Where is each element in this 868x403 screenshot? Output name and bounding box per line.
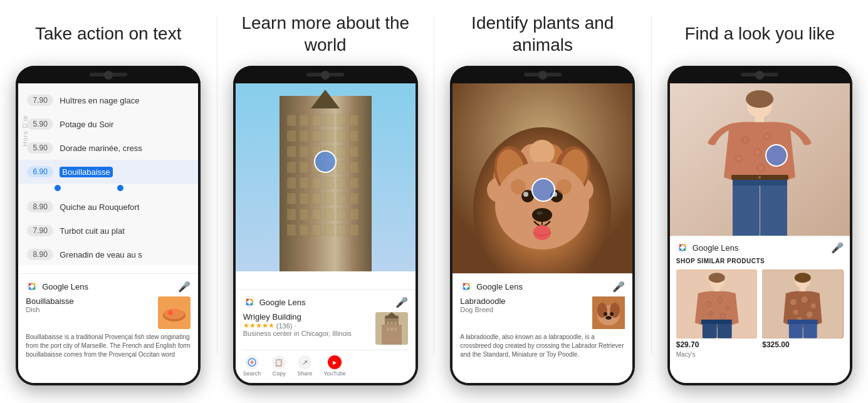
- p2-mic-icon[interactable]: 🎤: [395, 296, 408, 308]
- p4-product-price-2: $325.00: [762, 340, 844, 349]
- svg-point-99: [536, 211, 543, 215]
- p3-mic-icon[interactable]: 🎤: [612, 281, 625, 293]
- svg-rect-57: [312, 224, 321, 236]
- p2-action-search[interactable]: Search: [243, 355, 261, 377]
- p2-share-icon: ↗: [298, 355, 311, 369]
- p2-search-label: Search: [243, 370, 261, 377]
- svg-point-3: [33, 287, 36, 290]
- p2-lens-icon: [243, 296, 256, 308]
- svg-rect-21: [312, 130, 321, 142]
- p2-lens-header: Google Lens 🎤: [243, 296, 408, 308]
- svg-rect-40: [325, 177, 333, 189]
- svg-rect-47: [337, 193, 346, 204]
- p3-result-title: Labradoodle: [460, 296, 587, 306]
- svg-rect-54: [350, 209, 358, 220]
- p2-building-info: Wrigley Building ★★★★★ (136) · Business …: [243, 312, 370, 337]
- p2-building-name: Wrigley Building: [243, 312, 370, 322]
- lens-icon: [26, 280, 38, 293]
- svg-point-140: [679, 244, 681, 247]
- p3-lens-header: Google Lens 🎤: [460, 280, 625, 293]
- p1-dish-1: Huîtres en nage glace: [60, 96, 139, 105]
- svg-rect-16: [325, 115, 333, 126]
- svg-point-143: [679, 248, 681, 251]
- svg-rect-23: [337, 130, 346, 142]
- p4-product-price-1: $29.70: [676, 340, 758, 349]
- svg-rect-76: [394, 328, 397, 331]
- p1-menu-item-2: 5.90 Potage du Soir: [18, 112, 198, 136]
- p2-action-copy[interactable]: 📋 Copy: [272, 355, 286, 377]
- p2-action-share[interactable]: ↗ Share: [297, 355, 312, 377]
- p1-lens-header: Google Lens 🎤: [26, 280, 191, 293]
- svg-rect-48: [350, 193, 358, 204]
- p1-handle-right: [117, 185, 123, 191]
- svg-point-102: [557, 179, 572, 194]
- svg-point-129: [766, 135, 768, 138]
- col4-phone: Google Lens 🎤 SHOP SIMILAR PRODUCTS: [667, 66, 852, 385]
- p2-result-row: Wrigley Building ★★★★★ (136) · Business …: [243, 312, 408, 345]
- svg-point-101: [511, 179, 526, 194]
- p1-menu-item-1: 7.90 Huîtres en nage glace: [18, 88, 198, 112]
- col4-screen: Google Lens 🎤 SHOP SIMILAR PRODUCTS: [670, 83, 850, 383]
- svg-rect-15: [312, 115, 321, 126]
- svg-rect-29: [337, 146, 346, 157]
- svg-point-132: [738, 157, 740, 160]
- svg-point-103: [532, 179, 555, 201]
- svg-rect-52: [325, 209, 333, 220]
- svg-point-142: [683, 248, 686, 251]
- col2-title: Learn more about the world: [217, 0, 434, 66]
- p3-result-sub: Dog Breed: [460, 306, 587, 313]
- col1-screen: Hors D'œ 7.90 Huîtres en nage glace 5.90…: [18, 83, 198, 383]
- p1-result-title: Bouillabaisse: [26, 296, 153, 306]
- p1-dish-3: Dorade marinée, cress: [60, 144, 142, 153]
- svg-point-114: [610, 312, 614, 316]
- svg-rect-49: [287, 209, 296, 220]
- col4-title: Find a look you like: [666, 0, 854, 66]
- svg-point-130: [756, 151, 759, 154]
- svg-rect-50: [300, 209, 308, 220]
- svg-point-107: [468, 287, 470, 290]
- svg-point-160: [790, 299, 797, 305]
- svg-point-1: [29, 283, 31, 286]
- svg-point-4: [29, 287, 31, 290]
- svg-rect-155: [701, 320, 732, 324]
- p4-mic-icon[interactable]: 🎤: [831, 242, 844, 254]
- p1-desc: Bouillabaisse is a traditional Provençal…: [26, 333, 191, 359]
- p1-mic-icon[interactable]: 🎤: [178, 281, 191, 293]
- svg-point-146: [709, 273, 725, 283]
- svg-point-161: [802, 296, 808, 303]
- svg-rect-45: [312, 193, 321, 204]
- p2-actions: Search 📋 Copy ↗ Share ▶: [243, 350, 408, 377]
- svg-rect-168: [788, 320, 818, 324]
- svg-point-104: [461, 281, 472, 292]
- svg-rect-32: [300, 162, 308, 173]
- svg-rect-75: [390, 328, 393, 331]
- col4-phone-wrapper: Google Lens 🎤 SHOP SIMILAR PRODUCTS: [652, 66, 869, 403]
- col2-screen: Google Lens 🎤 Wrigley Building ★★★★★ (13…: [236, 83, 416, 383]
- col3-phone-wrapper: Google Lens 🎤 Labradoodle Dog Breed: [434, 66, 651, 403]
- p4-lens-logo: Google Lens: [676, 241, 739, 254]
- p1-price-2: 5.90: [27, 118, 53, 130]
- svg-rect-19: [287, 130, 296, 142]
- svg-rect-13: [287, 115, 296, 126]
- p2-rating-count: (136) ·: [276, 322, 296, 330]
- column-find-look: Find a look you like: [652, 0, 869, 403]
- p1-price-4: 6.90: [27, 166, 53, 177]
- svg-point-163: [793, 310, 798, 315]
- p3-dog-thumb: [592, 296, 625, 329]
- p1-result-img: [158, 296, 191, 329]
- p2-building-svg: [236, 90, 416, 271]
- svg-point-158: [795, 273, 811, 283]
- p1-price-1: 7.90: [27, 95, 53, 106]
- p2-building-img: [236, 83, 416, 271]
- svg-rect-73: [394, 322, 397, 325]
- p4-product-1: $29.70 Macy's: [676, 270, 758, 358]
- svg-rect-74: [387, 328, 389, 331]
- p4-product-img-2: [762, 270, 844, 338]
- p1-side-label: Hors D'œ: [22, 115, 29, 146]
- svg-point-88: [530, 140, 555, 165]
- svg-rect-24: [350, 130, 358, 142]
- svg-rect-72: [390, 322, 393, 325]
- p3-result-img: [592, 296, 625, 329]
- p2-action-youtube[interactable]: ▶ YouTube: [323, 355, 345, 377]
- col1-title: Take action on text: [16, 0, 200, 66]
